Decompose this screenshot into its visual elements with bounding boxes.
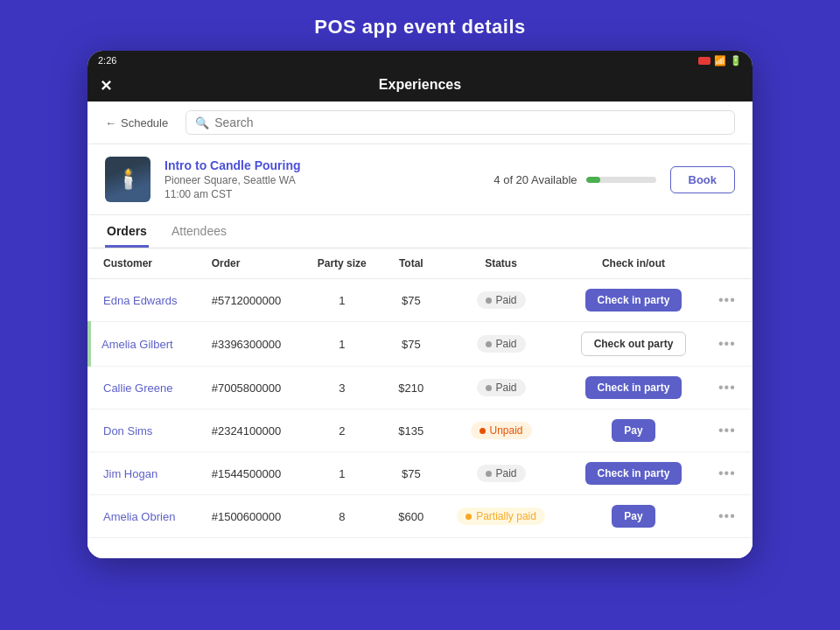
table-row: Edna Edwards #5712000000 1 $75 Paid Chec…: [89, 279, 752, 322]
action-button[interactable]: Check out party: [581, 332, 687, 356]
cell-customer: Amelia Gilbert: [89, 322, 198, 367]
cell-total: $600: [382, 495, 439, 538]
cell-action: Pay: [563, 495, 704, 538]
cell-customer: Edna Edwards: [89, 279, 198, 322]
event-text: Intro to Candle Pouring Pioneer Square, …: [164, 158, 480, 200]
event-time: 11:00 am CST: [164, 188, 480, 200]
cell-order: #5712000000: [198, 279, 301, 322]
customer-name-link[interactable]: Edna Edwards: [103, 294, 178, 307]
cell-party-size: 1: [301, 279, 382, 322]
tab-orders[interactable]: Orders: [105, 215, 149, 248]
cell-status: Partially paid: [439, 495, 563, 538]
col-order: Order: [198, 248, 301, 279]
col-status: Status: [439, 248, 563, 279]
tab-attendees[interactable]: Attendees: [170, 215, 228, 248]
status-bar: 2:26 📶 🔋: [88, 51, 752, 70]
customer-name-link[interactable]: Callie Greene: [103, 382, 173, 395]
table-row: Callie Greene #7005800000 3 $210 Paid Ch…: [89, 367, 752, 410]
search-icon: 🔍: [195, 116, 209, 130]
action-button[interactable]: Check in party: [585, 289, 682, 312]
status-time: 2:26: [98, 55, 116, 66]
cell-more: •••: [704, 279, 752, 322]
back-label: Schedule: [121, 116, 168, 130]
cell-action: Pay: [563, 410, 704, 452]
table-row: Amelia Gilbert #3396300000 1 $75 Paid Ch…: [89, 322, 752, 367]
cell-party-size: 1: [301, 452, 382, 495]
table-row: Jim Hogan #1544500000 1 $75 Paid Check i…: [89, 452, 752, 495]
col-customer: Customer: [89, 248, 198, 279]
more-options-button[interactable]: •••: [718, 292, 736, 307]
customer-name-link[interactable]: Amelia Gilbert: [102, 338, 173, 351]
candle-icon: 🕯️: [116, 168, 140, 191]
nav-title: Experiences: [379, 77, 461, 93]
more-options-button[interactable]: •••: [718, 466, 736, 480]
record-icon: [698, 57, 710, 65]
cell-order: #7005800000: [198, 367, 301, 410]
search-input[interactable]: [214, 116, 725, 130]
cell-action: Check in party: [563, 367, 704, 410]
cell-total: $75: [382, 322, 439, 367]
event-thumbnail: 🕯️: [105, 157, 150, 202]
event-name[interactable]: Intro to Candle Pouring: [164, 158, 480, 172]
cell-order: #1500600000: [198, 495, 301, 538]
wifi-icon: 📶: [714, 55, 726, 66]
back-link[interactable]: ← Schedule: [105, 116, 168, 130]
action-button[interactable]: Pay: [612, 505, 654, 528]
cell-total: $135: [382, 410, 439, 452]
cell-action: Check out party: [563, 322, 704, 367]
back-arrow-icon: ←: [105, 116, 116, 130]
more-options-button[interactable]: •••: [718, 336, 736, 351]
cell-total: $75: [382, 279, 439, 322]
close-button[interactable]: ✕: [100, 77, 112, 95]
col-more: [704, 248, 752, 279]
cell-more: •••: [704, 322, 752, 367]
cell-order: #1544500000: [198, 452, 301, 495]
cell-party-size: 1: [301, 322, 382, 367]
cell-customer: Don Sims: [89, 410, 198, 452]
battery-icon: 🔋: [730, 55, 742, 66]
cell-customer: Amelia Obrien: [89, 495, 198, 538]
action-button[interactable]: Check in party: [585, 376, 682, 399]
availability-fill: [586, 177, 600, 183]
customer-name-link[interactable]: Don Sims: [103, 424, 152, 438]
search-box[interactable]: 🔍: [186, 110, 735, 135]
col-party-size: Party size: [301, 248, 382, 279]
cell-status: Paid: [439, 322, 563, 367]
more-options-button[interactable]: •••: [718, 380, 736, 395]
table-row: Don Sims #2324100000 2 $135 Unpaid Pay •…: [89, 410, 752, 452]
cell-customer: Jim Hogan: [89, 452, 198, 495]
cell-party-size: 8: [301, 495, 382, 538]
cell-action: Check in party: [563, 452, 704, 495]
page-title-bar: POS app event details: [0, 0, 840, 51]
more-options-button[interactable]: •••: [718, 508, 736, 523]
customer-name-link[interactable]: Jim Hogan: [103, 467, 158, 480]
customer-name-link[interactable]: Amelia Obrien: [103, 510, 175, 523]
table-row: Amelia Obrien #1500600000 8 $600 Partial…: [89, 495, 752, 538]
cell-total: $75: [382, 452, 439, 495]
cell-order: #3396300000: [198, 322, 301, 367]
cell-total: $210: [382, 367, 439, 410]
more-options-button[interactable]: •••: [718, 423, 736, 438]
cell-order: #2324100000: [198, 410, 301, 452]
availability-bar: [586, 177, 656, 183]
action-button[interactable]: Check in party: [585, 462, 682, 485]
cell-status: Paid: [439, 452, 563, 495]
event-info: 🕯️ Intro to Candle Pouring Pioneer Squar…: [88, 144, 752, 215]
action-button[interactable]: Pay: [612, 419, 654, 442]
cell-status: Unpaid: [439, 410, 563, 452]
status-bar-icons: 📶 🔋: [698, 55, 742, 66]
content-area: ← Schedule 🔍 🕯️ Intro to Candle Pouring …: [88, 102, 752, 558]
table-header-row: Customer Order Party size Total Status C…: [89, 248, 752, 279]
cell-more: •••: [704, 452, 752, 495]
orders-table: Customer Order Party size Total Status C…: [88, 248, 752, 538]
cell-status: Paid: [439, 367, 563, 410]
cell-party-size: 2: [301, 410, 382, 452]
event-availability: 4 of 20 Available: [494, 173, 655, 186]
device-frame: 2:26 📶 🔋 ✕ Experiences ← Schedule 🔍: [88, 51, 752, 558]
book-button[interactable]: Book: [670, 166, 736, 193]
cell-party-size: 3: [301, 367, 382, 410]
cell-more: •••: [704, 367, 752, 410]
event-location: Pioneer Square, Seattle WA: [164, 174, 480, 186]
table-container: Customer Order Party size Total Status C…: [88, 248, 752, 558]
top-bar: ← Schedule 🔍: [88, 102, 752, 144]
